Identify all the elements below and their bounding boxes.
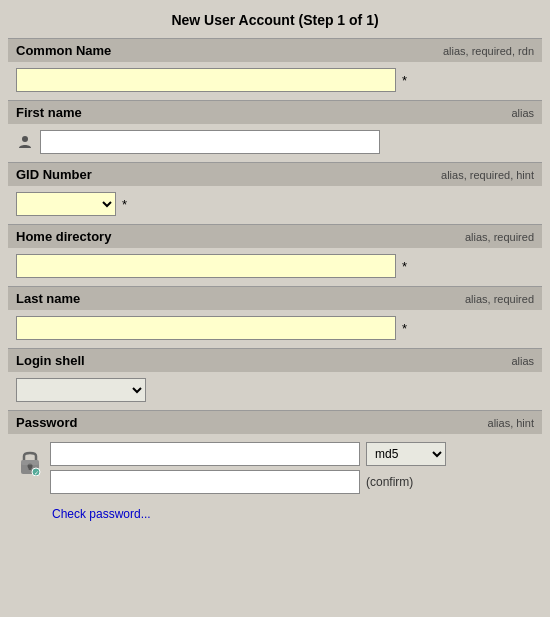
last-name-body: * [8, 310, 542, 348]
first-name-body [8, 124, 542, 162]
login-shell-select[interactable] [16, 378, 146, 402]
lock-icon: ✓ [16, 442, 44, 482]
password-label: Password [16, 415, 77, 430]
home-directory-required-star: * [402, 259, 407, 274]
common-name-section: Common Name alias, required, rdn * [8, 38, 542, 100]
password-fields-group: md5 sha crypt none (confirm) [50, 442, 446, 494]
common-name-body: * [8, 62, 542, 100]
last-name-section: Last name alias, required * [8, 286, 542, 348]
login-shell-section: Login shell alias [8, 348, 542, 410]
login-shell-header: Login shell alias [8, 348, 542, 372]
common-name-required-star: * [402, 73, 407, 88]
page-title: New User Account (Step 1 of 1) [0, 0, 550, 38]
password-body: ✓ md5 sha crypt none (confirm) [8, 434, 542, 502]
gid-number-meta: alias, required, hint [441, 169, 534, 181]
last-name-label: Last name [16, 291, 80, 306]
home-directory-body: * [8, 248, 542, 286]
svg-rect-3 [29, 466, 32, 470]
home-directory-header: Home directory alias, required [8, 224, 542, 248]
password-confirm-label: (confirm) [366, 475, 413, 489]
home-directory-label: Home directory [16, 229, 111, 244]
last-name-required-star: * [402, 321, 407, 336]
password-row-confirm: (confirm) [50, 470, 446, 494]
gid-number-label: GID Number [16, 167, 92, 182]
last-name-header: Last name alias, required [8, 286, 542, 310]
first-name-label: First name [16, 105, 82, 120]
gid-number-required-star: * [122, 197, 127, 212]
gid-number-header: GID Number alias, required, hint [8, 162, 542, 186]
common-name-input[interactable] [16, 68, 396, 92]
password-header: Password alias, hint [8, 410, 542, 434]
common-name-header: Common Name alias, required, rdn [8, 38, 542, 62]
last-name-meta: alias, required [465, 293, 534, 305]
password-row-main: md5 sha crypt none [50, 442, 446, 466]
first-name-input[interactable] [40, 130, 380, 154]
home-directory-input[interactable] [16, 254, 396, 278]
gid-number-section: GID Number alias, required, hint * [8, 162, 542, 224]
home-directory-meta: alias, required [465, 231, 534, 243]
check-password-link[interactable]: Check password... [48, 507, 151, 521]
password-meta: alias, hint [488, 417, 534, 429]
home-directory-section: Home directory alias, required * [8, 224, 542, 286]
user-icon [16, 133, 34, 151]
login-shell-label: Login shell [16, 353, 85, 368]
login-shell-meta: alias [511, 355, 534, 367]
svg-rect-4 [21, 460, 39, 465]
login-shell-body [8, 372, 542, 410]
common-name-label: Common Name [16, 43, 111, 58]
check-password-row: Check password... [8, 502, 542, 527]
common-name-meta: alias, required, rdn [443, 45, 534, 57]
form-container: Common Name alias, required, rdn * First… [0, 38, 550, 543]
first-name-header: First name alias [8, 100, 542, 124]
gid-number-select[interactable] [16, 192, 116, 216]
last-name-input[interactable] [16, 316, 396, 340]
password-input[interactable] [50, 442, 360, 466]
password-confirm-input[interactable] [50, 470, 360, 494]
gid-number-body: * [8, 186, 542, 224]
svg-point-0 [22, 136, 28, 142]
first-name-meta: alias [511, 107, 534, 119]
svg-text:✓: ✓ [34, 470, 39, 476]
password-section: Password alias, hint ✓ [8, 410, 542, 527]
password-hash-select[interactable]: md5 sha crypt none [366, 442, 446, 466]
first-name-section: First name alias [8, 100, 542, 162]
